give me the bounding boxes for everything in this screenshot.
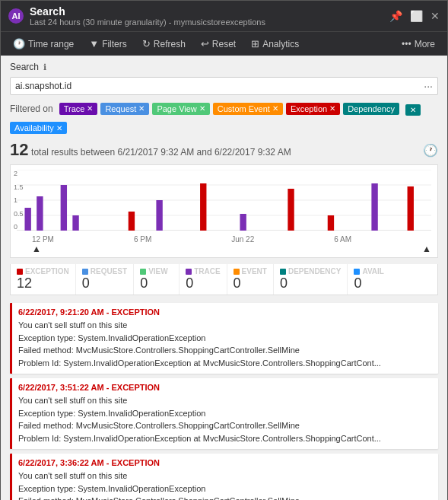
result-problem-id-2: Problem Id: System.InvalidOperationExcep… <box>18 432 432 445</box>
svg-rect-8 <box>72 215 78 231</box>
clock-icon: 🕐 <box>13 38 25 49</box>
window-controls: 📌 ⬜ ✕ <box>389 10 440 22</box>
content-area: Search ℹ ··· Filtered on Trace ✕ Request… <box>1 56 447 500</box>
history-icon[interactable]: 🕐 <box>423 143 438 158</box>
svg-rect-16 <box>408 186 414 231</box>
remove-customevent-filter[interactable]: ✕ <box>272 104 278 113</box>
stat-exception[interactable]: EXCEPTION 12 <box>11 264 76 295</box>
more-button[interactable]: ••• More <box>396 36 441 53</box>
results-header: 12 total results between 6/21/2017 9:32 … <box>10 140 438 160</box>
svg-rect-10 <box>156 200 162 231</box>
svg-rect-7 <box>61 185 67 231</box>
event-dot <box>234 269 240 275</box>
title-left: AI Search Last 24 hours (30 minute granu… <box>8 5 265 27</box>
dependency-dot <box>280 269 286 275</box>
stat-view[interactable]: VIEW 0 <box>134 264 180 295</box>
results-count: 12 <box>10 140 28 159</box>
filter-icon: ▼ <box>89 38 99 49</box>
search-options-button[interactable]: ··· <box>424 80 433 92</box>
result-timestamp-2: 6/22/2017, 3:51:22 AM - EXCEPTION <box>18 383 432 392</box>
svg-rect-6 <box>37 196 43 231</box>
search-info-icon: ℹ <box>43 62 46 72</box>
stat-dependency[interactable]: DEPENDENCY 0 <box>274 264 348 295</box>
search-row: Search ℹ <box>10 62 438 72</box>
remove-dependency-filter[interactable]: ✕ <box>410 106 416 114</box>
result-exception-type-1: Exception type: System.InvalidOperationE… <box>18 332 432 345</box>
trace-count: 0 <box>186 275 220 291</box>
result-item-3[interactable]: 6/22/2017, 3:36:22 AM - EXCEPTION You ca… <box>10 454 438 500</box>
remove-request-filter[interactable]: ✕ <box>138 104 145 113</box>
restore-icon[interactable]: ⬜ <box>410 10 423 22</box>
filter-tag-availability[interactable]: Availability ✕ <box>10 122 67 134</box>
result-body-3: You can't sell stuff on this site Except… <box>18 470 432 500</box>
svg-rect-15 <box>371 183 377 231</box>
close-icon[interactable]: ✕ <box>431 10 440 22</box>
filter-tag-request[interactable]: Request ✕ <box>100 103 149 115</box>
filters-button[interactable]: ▼ Filters <box>83 35 133 53</box>
filter-tag-exception[interactable]: Exception ✕ <box>286 103 340 115</box>
result-body-2: You can't sell stuff on this site Except… <box>18 394 432 444</box>
reset-button[interactable]: ↩ Reset <box>195 35 242 53</box>
chart-right-arrow[interactable]: ▲ <box>422 244 431 254</box>
result-item-2[interactable]: 6/22/2017, 3:51:22 AM - EXCEPTION You ca… <box>10 378 438 449</box>
time-range-button[interactable]: 🕐 Time range <box>7 35 80 53</box>
filter-tag-dependency[interactable]: Dependency <box>343 103 399 115</box>
remove-exception-filter[interactable]: ✕ <box>329 104 335 113</box>
trace-dot <box>186 269 192 275</box>
result-message-1: You can't sell stuff on this site <box>18 319 432 332</box>
svg-rect-9 <box>129 212 135 231</box>
window-title: Search <box>30 5 265 18</box>
result-failed-method-1: Failed method: MvcMusicStore.Controllers… <box>18 344 432 357</box>
result-message-3: You can't sell stuff on this site <box>18 470 432 482</box>
result-body-1: You can't sell stuff on this site Except… <box>18 319 432 369</box>
exception-dot <box>17 269 23 275</box>
filter-tag-pageview[interactable]: Page View ✕ <box>152 103 209 115</box>
pin-icon[interactable]: 📌 <box>389 10 402 22</box>
result-item-1[interactable]: 6/22/2017, 9:21:20 AM - EXCEPTION You ca… <box>10 303 438 374</box>
stat-event[interactable]: EVENT 0 <box>227 264 274 295</box>
svg-rect-12 <box>240 214 246 231</box>
avail-count: 0 <box>354 275 387 291</box>
view-dot <box>140 269 146 275</box>
search-input[interactable] <box>15 81 424 91</box>
result-timestamp-1: 6/22/2017, 9:21:20 AM - EXCEPTION <box>18 307 432 317</box>
results-text: total results between 6/21/2017 9:32 AM … <box>31 147 291 158</box>
chart-scroll-arrows: ▲ ▲ <box>32 244 431 254</box>
toolbar: 🕐 Time range ▼ Filters ↻ Refresh ↩ Reset… <box>1 31 447 56</box>
refresh-icon: ↻ <box>142 38 151 49</box>
result-timestamp-3: 6/22/2017, 3:36:22 AM - EXCEPTION <box>18 458 432 467</box>
search-label: Search <box>10 62 39 72</box>
result-failed-method-3: Failed method: MvcMusicStore.Controllers… <box>18 495 432 500</box>
title-bar: AI Search Last 24 hours (30 minute granu… <box>1 1 447 31</box>
filter-tag-dependency-x[interactable]: ✕ <box>405 104 421 116</box>
search-window: AI Search Last 24 hours (30 minute granu… <box>0 0 448 500</box>
svg-rect-11 <box>200 183 206 231</box>
refresh-button[interactable]: ↻ Refresh <box>136 35 192 53</box>
chart-y-labels: 2 1.5 1 0.5 0 <box>14 170 24 231</box>
chart-area: 2 1.5 1 0.5 0 <box>10 164 438 258</box>
stat-request[interactable]: REQUEST 0 <box>76 264 134 295</box>
remove-pageview-filter[interactable]: ✕ <box>199 104 205 113</box>
chart-x-labels: 12 PM 6 PM Jun 22 6 AM <box>32 235 431 244</box>
filter-label: Filtered on <box>10 104 53 114</box>
remove-trace-filter[interactable]: ✕ <box>87 104 93 113</box>
view-count: 0 <box>140 275 173 291</box>
filter-tag-trace[interactable]: Trace ✕ <box>59 103 98 115</box>
stats-row: EXCEPTION 12 REQUEST 0 VIEW 0 <box>10 264 438 295</box>
analytics-button[interactable]: ⊞ Analytics <box>245 35 305 53</box>
remove-availability-filter[interactable]: ✕ <box>56 124 62 132</box>
stat-trace[interactable]: TRACE 0 <box>180 264 227 295</box>
app-icon: AI <box>8 8 24 24</box>
stat-avail[interactable]: AVAIL 0 <box>348 264 393 295</box>
chart-left-arrow[interactable]: ▲ <box>32 244 41 254</box>
search-input-wrapper: ··· <box>10 77 438 95</box>
dependency-count: 0 <box>280 275 341 291</box>
result-exception-type-2: Exception type: System.InvalidOperationE… <box>18 407 432 420</box>
title-info: Search Last 24 hours (30 minute granular… <box>30 5 265 27</box>
result-message-2: You can't sell stuff on this site <box>18 394 432 407</box>
results-summary: 12 total results between 6/21/2017 9:32 … <box>10 140 291 160</box>
svg-rect-14 <box>328 215 334 231</box>
event-count: 0 <box>234 275 267 291</box>
filter-tag-customevent[interactable]: Custom Event ✕ <box>213 103 283 115</box>
exception-count: 12 <box>17 275 69 291</box>
